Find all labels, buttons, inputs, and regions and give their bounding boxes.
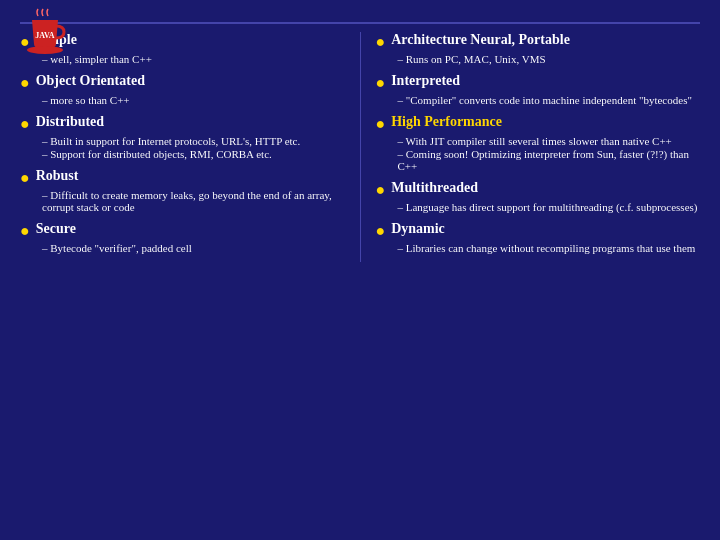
- bullet-label: Interpreted: [391, 73, 460, 89]
- bullet-label: Dynamic: [391, 221, 445, 237]
- right-column: ●Architecture Neural, Portable– Runs on …: [366, 32, 711, 262]
- bullet-main: ●Dynamic: [376, 221, 701, 240]
- header: JAVA: [0, 0, 720, 22]
- bullet-item: ●Object Orientated– more so than C++: [20, 73, 345, 106]
- sub-items: – With JIT compiler still several times …: [376, 135, 701, 172]
- sub-items: – Libraries can change without recompili…: [376, 242, 701, 254]
- java-logo: JAVA: [20, 8, 70, 58]
- sub-items: – Built in support for Internet protocol…: [20, 135, 345, 160]
- bullet-item: ●High Performance– With JIT compiler sti…: [376, 114, 701, 172]
- bullet-label: Object Orientated: [36, 73, 145, 89]
- bullet-main: ●High Performance: [376, 114, 701, 133]
- bullet-item: ●Robust– Difficult to create memory leak…: [20, 168, 345, 213]
- bullet-label: Architecture Neural, Portable: [391, 32, 570, 48]
- sub-item: – Coming soon! Optimizing interpreter fr…: [398, 148, 701, 172]
- sub-item: – Support for distributed objects, RMI, …: [42, 148, 345, 160]
- bullet-dot-icon: ●: [376, 222, 386, 240]
- slide: JAVA ●Simple– well, simpler than C++●Obj…: [0, 0, 720, 540]
- header-divider: [20, 22, 700, 24]
- bullet-dot-icon: ●: [376, 74, 386, 92]
- sub-items: – "Compiler" converts code into machine …: [376, 94, 701, 106]
- svg-text:JAVA: JAVA: [35, 31, 54, 40]
- bullet-dot-icon: ●: [20, 115, 30, 133]
- column-divider: [360, 32, 361, 262]
- svg-point-0: [27, 46, 63, 54]
- bullet-dot-icon: ●: [376, 181, 386, 199]
- sub-item: – Language has direct support for multit…: [398, 201, 701, 213]
- sub-item: – more so than C++: [42, 94, 345, 106]
- bullet-main: ●Multithreaded: [376, 180, 701, 199]
- bullet-item: ●Secure– Bytecode "verifier", padded cel…: [20, 221, 345, 254]
- bullet-main: ●Distributed: [20, 114, 345, 133]
- sub-item: – Bytecode "verifier", padded cell: [42, 242, 345, 254]
- content-area: ●Simple– well, simpler than C++●Object O…: [0, 32, 720, 262]
- bullet-item: ●Architecture Neural, Portable– Runs on …: [376, 32, 701, 65]
- bullet-label: Secure: [36, 221, 76, 237]
- sub-items: – Language has direct support for multit…: [376, 201, 701, 213]
- bullet-dot-icon: ●: [376, 115, 386, 133]
- bullet-dot-icon: ●: [20, 74, 30, 92]
- bullet-dot-icon: ●: [20, 169, 30, 187]
- sub-item: – Built in support for Internet protocol…: [42, 135, 345, 147]
- bullet-main: ●Secure: [20, 221, 345, 240]
- bullet-label: Distributed: [36, 114, 104, 130]
- bullet-main: ●Object Orientated: [20, 73, 345, 92]
- bullet-main: ●Architecture Neural, Portable: [376, 32, 701, 51]
- sub-item: – Libraries can change without recompili…: [398, 242, 701, 254]
- sub-item: – well, simpler than C++: [42, 53, 345, 65]
- sub-item: – "Compiler" converts code into machine …: [398, 94, 701, 106]
- bullet-item: ●Interpreted– "Compiler" converts code i…: [376, 73, 701, 106]
- sub-item: – Difficult to create memory leaks, go b…: [42, 189, 345, 213]
- bullet-item: ●Multithreaded– Language has direct supp…: [376, 180, 701, 213]
- bullet-dot-icon: ●: [20, 222, 30, 240]
- bullet-main: ●Robust: [20, 168, 345, 187]
- sub-item: – With JIT compiler still several times …: [398, 135, 701, 147]
- left-column: ●Simple– well, simpler than C++●Object O…: [10, 32, 355, 262]
- bullet-item: ●Dynamic– Libraries can change without r…: [376, 221, 701, 254]
- bullet-main: ●Interpreted: [376, 73, 701, 92]
- bullet-label: Robust: [36, 168, 79, 184]
- bullet-dot-icon: ●: [376, 33, 386, 51]
- bullet-label: High Performance: [391, 114, 502, 130]
- sub-items: – Bytecode "verifier", padded cell: [20, 242, 345, 254]
- sub-item: – Runs on PC, MAC, Unix, VMS: [398, 53, 701, 65]
- sub-items: – Runs on PC, MAC, Unix, VMS: [376, 53, 701, 65]
- bullet-item: ●Distributed– Built in support for Inter…: [20, 114, 345, 160]
- bullet-label: Multithreaded: [391, 180, 478, 196]
- sub-items: – Difficult to create memory leaks, go b…: [20, 189, 345, 213]
- sub-items: – more so than C++: [20, 94, 345, 106]
